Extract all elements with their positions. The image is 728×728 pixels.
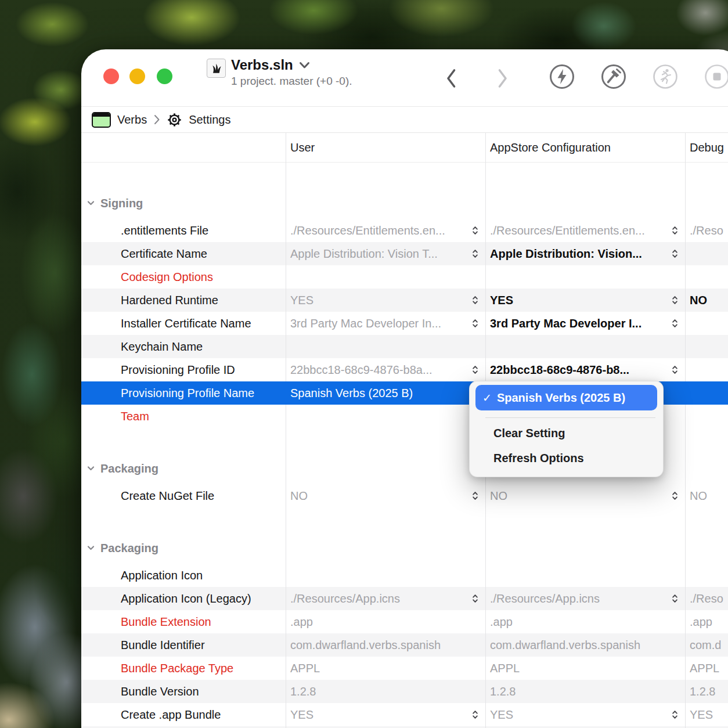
cell-appstore[interactable]: YES — [485, 708, 685, 722]
cell-debug[interactable]: NO — [685, 294, 728, 307]
cell-appstore[interactable]: YES — [485, 294, 685, 307]
table-row[interactable]: Certificate NameApple Distribution: Visi… — [81, 242, 728, 265]
cell-user[interactable]: ./Resources/App.icns — [286, 592, 485, 606]
window-title-group[interactable]: Verbs.sln 1 project. master (+0 -0). — [207, 57, 352, 88]
stepper-icon[interactable] — [472, 365, 478, 375]
cell-appstore[interactable]: com.dwarfland.verbs.spanish — [485, 639, 685, 652]
cell-appstore[interactable]: APPL — [485, 662, 685, 675]
section-chevron-icon[interactable] — [87, 464, 95, 473]
stepper-icon[interactable] — [672, 295, 678, 305]
stepper-icon[interactable] — [672, 594, 678, 604]
cell-appstore[interactable]: 3rd Party Mac Developer I... — [485, 317, 685, 330]
section-chevron-icon[interactable] — [87, 544, 95, 552]
table-row[interactable]: Installer Certificate Name3rd Party Mac … — [81, 312, 728, 335]
table-row[interactable]: Create NuGet FileNONONO — [81, 484, 728, 507]
menu-item-selected[interactable]: ✓ Spanish Verbs (2025 B) — [475, 385, 657, 410]
table-row[interactable]: Bundle Extension.app.app.app — [81, 610, 728, 633]
cell-debug[interactable]: ./Reso — [685, 224, 728, 237]
run-button[interactable] — [653, 64, 678, 89]
cell-value: 1.2.8 — [290, 685, 316, 698]
stop-button[interactable] — [704, 64, 728, 89]
stepper-icon[interactable] — [672, 226, 678, 236]
section-chevron-icon[interactable] — [87, 199, 95, 207]
stepper-icon[interactable] — [472, 594, 478, 604]
stepper-icon[interactable] — [672, 249, 678, 259]
back-button[interactable] — [438, 66, 464, 91]
menu-item-refresh-options[interactable]: Refresh Options — [470, 446, 663, 471]
close-button[interactable] — [103, 69, 119, 84]
cell-appstore[interactable]: NO — [485, 489, 685, 503]
menu-item-clear-setting[interactable]: Clear Setting — [470, 421, 663, 446]
table-row[interactable]: Bundle Version1.2.81.2.81.2.8 — [81, 680, 728, 703]
cell-user[interactable]: Apple Distribution: Vision T... — [286, 247, 485, 261]
cell-user[interactable]: com.dwarfland.verbs.spanish — [286, 639, 485, 652]
table-row[interactable]: Hardened RuntimeYESYESNO — [81, 289, 728, 312]
cell-debug[interactable]: NO — [685, 489, 728, 503]
cell-appstore[interactable]: 1.2.8 — [485, 685, 685, 698]
breadcrumb-project[interactable]: Verbs — [117, 113, 147, 127]
forward-button[interactable] — [490, 66, 516, 91]
stepper-icon[interactable] — [672, 710, 678, 720]
cell-user[interactable]: .app — [286, 615, 485, 629]
title-chevron-down-icon[interactable] — [299, 62, 310, 69]
stepper-icon[interactable] — [472, 319, 478, 329]
zoom-button[interactable] — [157, 69, 172, 84]
cell-debug[interactable]: com.d — [685, 639, 728, 652]
cell-debug[interactable]: 1.2.8 — [685, 685, 728, 698]
header-appstore-configuration[interactable]: AppStore Configuration — [485, 141, 685, 154]
cell-user[interactable]: ./Resources/Entitlements.en... — [286, 224, 485, 237]
stepper-icon[interactable] — [672, 491, 678, 501]
cell-user[interactable]: 22bbcc18-68c9-4876-b8a... — [286, 363, 485, 377]
table-row[interactable]: Create .app BundleYESYESYES — [81, 703, 728, 726]
cell-value: ./Resources/Entitlements.en... — [490, 224, 645, 237]
cell-user[interactable]: YES — [286, 708, 485, 722]
cell-debug[interactable]: ./Reso — [685, 592, 728, 606]
cell-user[interactable]: 1.2.8 — [286, 685, 485, 698]
stepper-icon[interactable] — [472, 491, 478, 501]
table-row[interactable]: Bundle Identifiercom.dwarfland.verbs.spa… — [81, 633, 728, 657]
cell-appstore[interactable]: .app — [485, 615, 685, 629]
build-button[interactable] — [601, 64, 626, 89]
cell-user[interactable]: 3rd Party Mac Developer In... — [286, 317, 485, 330]
table-row[interactable]: Application Icon (Legacy)./Resources/App… — [81, 587, 728, 610]
table-row[interactable]: Bundle Package TypeAPPLAPPLAPPL — [81, 657, 728, 680]
menu-item-label: Clear Setting — [493, 427, 565, 440]
project-window-icon — [92, 112, 111, 128]
cell-value: APPL — [490, 662, 520, 675]
stepper-icon[interactable] — [672, 365, 678, 375]
breadcrumb-section[interactable]: Settings — [189, 113, 230, 127]
quick-build-button[interactable] — [549, 64, 575, 89]
column-divider — [685, 133, 686, 728]
cell-user[interactable]: APPL — [286, 662, 485, 675]
cell-debug[interactable]: APPL — [685, 662, 728, 675]
cell-user[interactable]: NO — [286, 489, 485, 503]
solution-icon — [207, 59, 226, 78]
cell-value: .app — [290, 615, 313, 628]
cell-appstore[interactable]: ./Resources/Entitlements.en... — [485, 224, 685, 237]
row-label: Bundle Version — [81, 685, 286, 698]
table-row[interactable]: Application Icon — [81, 564, 728, 587]
table-row[interactable]: Codesign Options — [81, 265, 728, 289]
cell-value: 3rd Party Mac Developer I... — [490, 317, 641, 330]
stepper-icon[interactable] — [672, 319, 678, 329]
cell-appstore[interactable]: Apple Distribution: Vision... — [485, 247, 685, 261]
stepper-icon[interactable] — [472, 710, 478, 720]
cell-user[interactable]: YES — [286, 294, 485, 307]
grass-glyph-icon — [210, 62, 224, 75]
table-row[interactable]: Provisioning Profile ID22bbcc18-68c9-487… — [81, 358, 728, 381]
header-debug[interactable]: Debug — [685, 141, 728, 154]
section-header: Signing — [81, 192, 728, 215]
cell-debug[interactable]: YES — [685, 708, 728, 722]
stepper-icon[interactable] — [472, 226, 478, 236]
section-label: Signing — [100, 197, 143, 210]
stepper-icon[interactable] — [472, 249, 478, 259]
table-row[interactable]: Keychain Name — [81, 335, 728, 358]
header-user[interactable]: User — [286, 141, 485, 154]
cell-debug[interactable]: .app — [685, 615, 728, 629]
cell-appstore[interactable]: 22bbcc18-68c9-4876-b8... — [485, 363, 685, 377]
minimize-button[interactable] — [129, 69, 145, 84]
stepper-icon[interactable] — [472, 295, 478, 305]
cell-appstore[interactable]: ./Resources/App.icns — [485, 592, 685, 606]
cell-user[interactable]: Spanish Verbs (2025 B) — [286, 387, 485, 400]
table-row[interactable]: .entitlements File./Resources/Entitlemen… — [81, 219, 728, 242]
